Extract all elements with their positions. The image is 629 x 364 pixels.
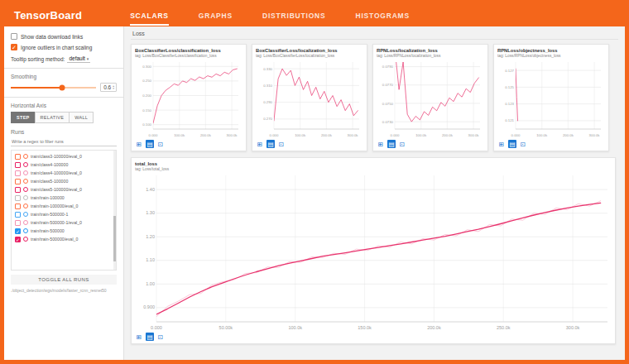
stepper-icons[interactable]: ▴▾ bbox=[113, 85, 114, 90]
smoothing-value-input[interactable]: 0.6 ▴▾ bbox=[100, 83, 117, 92]
svg-text:0.310: 0.310 bbox=[263, 84, 272, 88]
chart-title: RPNLoss/localization_loss bbox=[377, 48, 484, 53]
chart-title: total_loss bbox=[135, 161, 612, 166]
fit-domain-icon[interactable]: ⊡ bbox=[156, 140, 165, 148]
chart-plot[interactable]: 0.000100.0k200.0k300.0k0.1000.1500.2000.… bbox=[135, 60, 242, 137]
chart-plot[interactable]: 0.000100.0k200.0k300.0k0.2700.2900.3100.… bbox=[256, 60, 363, 137]
runs-scrollbar[interactable] bbox=[113, 151, 116, 270]
axis-wall-button[interactable]: WALL bbox=[69, 112, 94, 123]
fit-domain-icon[interactable]: ⊡ bbox=[398, 140, 406, 148]
horizontal-axis-buttons: STEP RELATIVE WALL bbox=[11, 112, 117, 123]
chart-toolbar: ⊞ ▤ ⊡ bbox=[135, 140, 242, 148]
tag-group-header-loss[interactable]: Loss bbox=[131, 30, 618, 40]
fullscreen-icon[interactable]: ⊞ bbox=[135, 333, 143, 341]
tab-scalars[interactable]: SCALARS bbox=[130, 6, 169, 26]
fullscreen-icon[interactable]: ⊞ bbox=[135, 140, 143, 148]
chart-plot[interactable]: 0.00050.00k100.0k150.0k200.0k250.0k300.0… bbox=[135, 173, 612, 330]
tab-distributions[interactable]: DISTRIBUTIONS bbox=[262, 6, 326, 26]
sidebar: Show data download links ✓ Ignore outlie… bbox=[4, 26, 124, 360]
svg-text:300.0k: 300.0k bbox=[566, 325, 580, 330]
data-table-icon[interactable]: ▤ bbox=[266, 140, 275, 148]
run-label: train/train-500000/eval_0 bbox=[31, 237, 78, 242]
divider bbox=[4, 97, 123, 98]
axis-relative-button[interactable]: RELATIVE bbox=[35, 112, 70, 123]
run-row[interactable]: train/class4-100000/eval_0 bbox=[12, 169, 116, 177]
run-row[interactable]: train/class5-100000/eval_0 bbox=[12, 185, 116, 194]
run-checkbox[interactable] bbox=[15, 162, 21, 168]
fit-domain-icon[interactable]: ⊡ bbox=[519, 140, 527, 148]
run-row[interactable]: train/train-500000-1/eval_0 bbox=[12, 218, 116, 227]
run-checkbox[interactable] bbox=[15, 204, 21, 209]
run-checkbox[interactable] bbox=[15, 179, 21, 184]
svg-text:0.125: 0.125 bbox=[505, 85, 514, 89]
runs-log-path: ./object_detection/wgs/models/faster_rcn… bbox=[11, 288, 117, 294]
runs-title: Runs bbox=[11, 129, 117, 135]
data-table-icon[interactable]: ▤ bbox=[387, 140, 396, 148]
run-label: train/class5-100000/eval_0 bbox=[31, 187, 82, 192]
run-row[interactable]: train/class3-100000/eval_0 bbox=[12, 152, 116, 160]
run-label: train/train-100000/eval_0 bbox=[31, 204, 78, 208]
svg-text:100.0k: 100.0k bbox=[288, 325, 302, 330]
run-row[interactable]: train/train-100000/eval_0 bbox=[12, 202, 116, 210]
fit-domain-icon[interactable]: ⊡ bbox=[277, 140, 286, 148]
run-checkbox[interactable] bbox=[15, 170, 21, 176]
tab-graphs[interactable]: GRAPHS bbox=[199, 6, 233, 26]
run-row[interactable]: train/class4-100000 bbox=[12, 160, 116, 169]
tooltip-sorting-select[interactable]: default ▾ bbox=[67, 55, 90, 63]
svg-text:0.000: 0.000 bbox=[151, 325, 162, 330]
chart-plot[interactable]: 0.000100.0k200.0k300.0k0.07300.07500.077… bbox=[377, 60, 484, 137]
axis-step-button[interactable]: STEP bbox=[11, 112, 36, 123]
slider-thumb[interactable] bbox=[59, 84, 65, 90]
data-table-icon[interactable]: ▤ bbox=[146, 333, 154, 341]
checkbox-icon[interactable]: ✓ bbox=[11, 44, 17, 50]
checkbox-icon[interactable] bbox=[11, 33, 17, 40]
run-color-dot bbox=[23, 154, 28, 159]
chart-toolbar: ⊞ ▤ ⊡ bbox=[256, 140, 363, 148]
show-download-links-option[interactable]: Show data download links bbox=[11, 33, 117, 40]
tooltip-sorting-value: default bbox=[69, 55, 85, 61]
chart-card-total-loss: total_loss tag: Loss/total_loss 0.00050.… bbox=[131, 157, 616, 344]
data-table-icon[interactable]: ▤ bbox=[146, 140, 154, 148]
run-checkbox[interactable]: ✓ bbox=[15, 228, 21, 234]
chart-plot[interactable]: 0.000100.0k200.0k300.0k0.1210.1230.1250.… bbox=[497, 60, 605, 137]
runs-filter-input[interactable] bbox=[11, 137, 117, 146]
tab-histograms[interactable]: HISTOGRAMS bbox=[356, 6, 410, 26]
fit-domain-icon[interactable]: ⊡ bbox=[156, 333, 165, 341]
run-label: train/class4-100000 bbox=[31, 162, 68, 167]
svg-text:0.0730: 0.0730 bbox=[382, 120, 394, 124]
run-list: train/class3-100000/eval_0train/class4-1… bbox=[11, 150, 117, 271]
run-color-dot bbox=[23, 187, 28, 192]
run-checkbox[interactable] bbox=[15, 220, 21, 226]
svg-text:300.0k: 300.0k bbox=[348, 133, 359, 137]
divider bbox=[4, 68, 123, 69]
run-row[interactable]: train/train-100000 bbox=[12, 194, 116, 202]
data-table-icon[interactable]: ▤ bbox=[508, 140, 516, 148]
svg-text:100.0k: 100.0k bbox=[536, 133, 548, 137]
run-checkbox[interactable] bbox=[15, 195, 21, 201]
run-row[interactable]: ✓train/train-500000 bbox=[12, 227, 116, 235]
run-label: train/train-500000 bbox=[31, 228, 65, 233]
fullscreen-icon[interactable]: ⊞ bbox=[377, 140, 385, 148]
smoothing-slider[interactable] bbox=[11, 87, 96, 89]
toggle-all-runs-button[interactable]: TOGGLE ALL RUNS bbox=[11, 275, 117, 285]
fullscreen-icon[interactable]: ⊞ bbox=[256, 140, 264, 148]
run-checkbox[interactable] bbox=[15, 212, 21, 218]
ignore-outliers-option[interactable]: ✓ Ignore outliers in chart scaling bbox=[11, 44, 117, 50]
run-checkbox[interactable] bbox=[15, 154, 21, 160]
svg-text:100.0k: 100.0k bbox=[174, 133, 185, 137]
run-row[interactable]: train/class5-100000 bbox=[12, 177, 116, 185]
svg-text:50.00k: 50.00k bbox=[219, 325, 233, 330]
run-row[interactable]: ✓train/train-500000/eval_0 bbox=[12, 235, 116, 243]
run-color-dot bbox=[23, 220, 28, 225]
run-checkbox[interactable]: ✓ bbox=[15, 237, 21, 242]
svg-text:0.127: 0.127 bbox=[505, 69, 514, 73]
svg-text:1.40: 1.40 bbox=[146, 187, 155, 192]
svg-text:1.20: 1.20 bbox=[146, 234, 155, 239]
fullscreen-icon[interactable]: ⊞ bbox=[497, 140, 506, 148]
svg-text:0.000: 0.000 bbox=[270, 133, 279, 137]
run-checkbox[interactable] bbox=[15, 187, 21, 193]
run-row[interactable]: train/train-500000-1 bbox=[12, 210, 116, 218]
svg-text:200.0k: 200.0k bbox=[442, 133, 454, 137]
svg-text:200.0k: 200.0k bbox=[321, 133, 333, 137]
scrollbar-thumb[interactable] bbox=[113, 216, 116, 261]
